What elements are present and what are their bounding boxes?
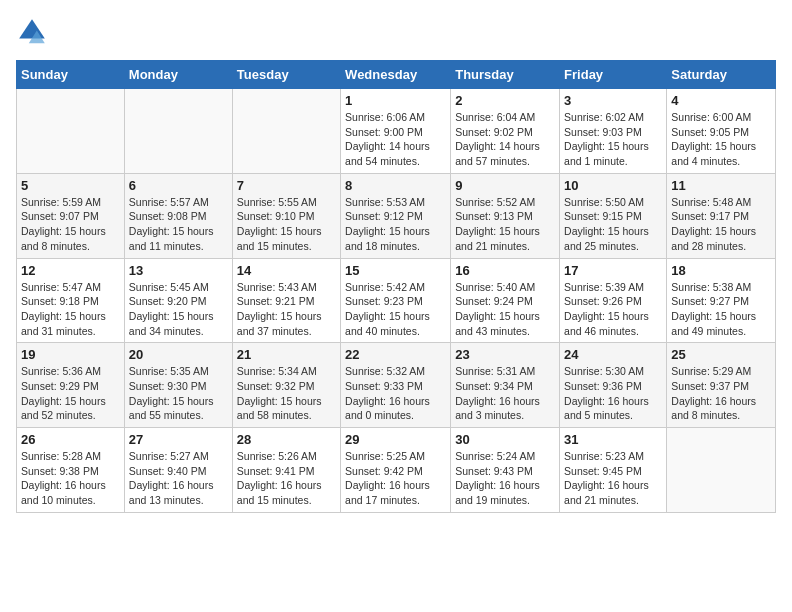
day-number: 28 — [237, 432, 336, 447]
day-info: Sunrise: 6:02 AMSunset: 9:03 PMDaylight:… — [564, 110, 662, 169]
day-number: 22 — [345, 347, 446, 362]
calendar-cell: 20Sunrise: 5:35 AMSunset: 9:30 PMDayligh… — [124, 343, 232, 428]
day-info: Sunrise: 5:32 AMSunset: 9:33 PMDaylight:… — [345, 364, 446, 423]
calendar-week-2: 5Sunrise: 5:59 AMSunset: 9:07 PMDaylight… — [17, 173, 776, 258]
day-number: 9 — [455, 178, 555, 193]
day-info: Sunrise: 5:27 AMSunset: 9:40 PMDaylight:… — [129, 449, 228, 508]
logo-icon — [16, 16, 48, 48]
day-info: Sunrise: 5:31 AMSunset: 9:34 PMDaylight:… — [455, 364, 555, 423]
day-info: Sunrise: 5:28 AMSunset: 9:38 PMDaylight:… — [21, 449, 120, 508]
calendar-table: SundayMondayTuesdayWednesdayThursdayFrid… — [16, 60, 776, 513]
day-number: 12 — [21, 263, 120, 278]
calendar-cell: 14Sunrise: 5:43 AMSunset: 9:21 PMDayligh… — [232, 258, 340, 343]
calendar-header-row: SundayMondayTuesdayWednesdayThursdayFrid… — [17, 61, 776, 89]
calendar-cell: 1Sunrise: 6:06 AMSunset: 9:00 PMDaylight… — [341, 89, 451, 174]
day-number: 31 — [564, 432, 662, 447]
day-number: 1 — [345, 93, 446, 108]
day-info: Sunrise: 5:23 AMSunset: 9:45 PMDaylight:… — [564, 449, 662, 508]
calendar-cell: 7Sunrise: 5:55 AMSunset: 9:10 PMDaylight… — [232, 173, 340, 258]
day-info: Sunrise: 5:24 AMSunset: 9:43 PMDaylight:… — [455, 449, 555, 508]
day-info: Sunrise: 5:47 AMSunset: 9:18 PMDaylight:… — [21, 280, 120, 339]
calendar-week-5: 26Sunrise: 5:28 AMSunset: 9:38 PMDayligh… — [17, 428, 776, 513]
calendar-cell: 27Sunrise: 5:27 AMSunset: 9:40 PMDayligh… — [124, 428, 232, 513]
day-header-tuesday: Tuesday — [232, 61, 340, 89]
day-number: 26 — [21, 432, 120, 447]
day-info: Sunrise: 5:53 AMSunset: 9:12 PMDaylight:… — [345, 195, 446, 254]
calendar-week-4: 19Sunrise: 5:36 AMSunset: 9:29 PMDayligh… — [17, 343, 776, 428]
calendar-cell: 10Sunrise: 5:50 AMSunset: 9:15 PMDayligh… — [560, 173, 667, 258]
day-number: 16 — [455, 263, 555, 278]
calendar-cell: 18Sunrise: 5:38 AMSunset: 9:27 PMDayligh… — [667, 258, 776, 343]
calendar-cell: 22Sunrise: 5:32 AMSunset: 9:33 PMDayligh… — [341, 343, 451, 428]
day-number: 29 — [345, 432, 446, 447]
calendar-cell: 29Sunrise: 5:25 AMSunset: 9:42 PMDayligh… — [341, 428, 451, 513]
calendar-cell: 30Sunrise: 5:24 AMSunset: 9:43 PMDayligh… — [451, 428, 560, 513]
calendar-cell: 4Sunrise: 6:00 AMSunset: 9:05 PMDaylight… — [667, 89, 776, 174]
calendar-week-3: 12Sunrise: 5:47 AMSunset: 9:18 PMDayligh… — [17, 258, 776, 343]
calendar-cell: 15Sunrise: 5:42 AMSunset: 9:23 PMDayligh… — [341, 258, 451, 343]
day-number: 6 — [129, 178, 228, 193]
day-header-thursday: Thursday — [451, 61, 560, 89]
calendar-cell: 11Sunrise: 5:48 AMSunset: 9:17 PMDayligh… — [667, 173, 776, 258]
calendar-cell: 2Sunrise: 6:04 AMSunset: 9:02 PMDaylight… — [451, 89, 560, 174]
calendar-cell: 26Sunrise: 5:28 AMSunset: 9:38 PMDayligh… — [17, 428, 125, 513]
page-header — [16, 16, 776, 48]
day-number: 14 — [237, 263, 336, 278]
day-number: 8 — [345, 178, 446, 193]
day-number: 25 — [671, 347, 771, 362]
day-number: 17 — [564, 263, 662, 278]
calendar-cell: 16Sunrise: 5:40 AMSunset: 9:24 PMDayligh… — [451, 258, 560, 343]
day-number: 20 — [129, 347, 228, 362]
calendar-cell: 13Sunrise: 5:45 AMSunset: 9:20 PMDayligh… — [124, 258, 232, 343]
calendar-cell: 3Sunrise: 6:02 AMSunset: 9:03 PMDaylight… — [560, 89, 667, 174]
day-number: 21 — [237, 347, 336, 362]
calendar-cell: 17Sunrise: 5:39 AMSunset: 9:26 PMDayligh… — [560, 258, 667, 343]
calendar-cell — [667, 428, 776, 513]
calendar-cell: 9Sunrise: 5:52 AMSunset: 9:13 PMDaylight… — [451, 173, 560, 258]
day-info: Sunrise: 5:57 AMSunset: 9:08 PMDaylight:… — [129, 195, 228, 254]
day-number: 5 — [21, 178, 120, 193]
day-info: Sunrise: 6:06 AMSunset: 9:00 PMDaylight:… — [345, 110, 446, 169]
calendar-cell — [17, 89, 125, 174]
day-info: Sunrise: 5:36 AMSunset: 9:29 PMDaylight:… — [21, 364, 120, 423]
day-number: 2 — [455, 93, 555, 108]
calendar-cell: 21Sunrise: 5:34 AMSunset: 9:32 PMDayligh… — [232, 343, 340, 428]
day-info: Sunrise: 5:34 AMSunset: 9:32 PMDaylight:… — [237, 364, 336, 423]
day-number: 15 — [345, 263, 446, 278]
day-number: 30 — [455, 432, 555, 447]
day-info: Sunrise: 5:45 AMSunset: 9:20 PMDaylight:… — [129, 280, 228, 339]
logo — [16, 16, 52, 48]
day-info: Sunrise: 5:55 AMSunset: 9:10 PMDaylight:… — [237, 195, 336, 254]
day-info: Sunrise: 5:59 AMSunset: 9:07 PMDaylight:… — [21, 195, 120, 254]
day-info: Sunrise: 5:43 AMSunset: 9:21 PMDaylight:… — [237, 280, 336, 339]
day-number: 19 — [21, 347, 120, 362]
day-info: Sunrise: 6:04 AMSunset: 9:02 PMDaylight:… — [455, 110, 555, 169]
day-info: Sunrise: 6:00 AMSunset: 9:05 PMDaylight:… — [671, 110, 771, 169]
calendar-cell: 8Sunrise: 5:53 AMSunset: 9:12 PMDaylight… — [341, 173, 451, 258]
calendar-week-1: 1Sunrise: 6:06 AMSunset: 9:00 PMDaylight… — [17, 89, 776, 174]
day-number: 3 — [564, 93, 662, 108]
day-info: Sunrise: 5:48 AMSunset: 9:17 PMDaylight:… — [671, 195, 771, 254]
day-number: 7 — [237, 178, 336, 193]
calendar-cell: 28Sunrise: 5:26 AMSunset: 9:41 PMDayligh… — [232, 428, 340, 513]
calendar-cell: 5Sunrise: 5:59 AMSunset: 9:07 PMDaylight… — [17, 173, 125, 258]
day-number: 4 — [671, 93, 771, 108]
day-info: Sunrise: 5:39 AMSunset: 9:26 PMDaylight:… — [564, 280, 662, 339]
calendar-cell: 25Sunrise: 5:29 AMSunset: 9:37 PMDayligh… — [667, 343, 776, 428]
day-number: 10 — [564, 178, 662, 193]
calendar-cell — [232, 89, 340, 174]
day-header-sunday: Sunday — [17, 61, 125, 89]
day-info: Sunrise: 5:25 AMSunset: 9:42 PMDaylight:… — [345, 449, 446, 508]
day-info: Sunrise: 5:35 AMSunset: 9:30 PMDaylight:… — [129, 364, 228, 423]
calendar-cell — [124, 89, 232, 174]
day-info: Sunrise: 5:42 AMSunset: 9:23 PMDaylight:… — [345, 280, 446, 339]
day-info: Sunrise: 5:52 AMSunset: 9:13 PMDaylight:… — [455, 195, 555, 254]
day-info: Sunrise: 5:50 AMSunset: 9:15 PMDaylight:… — [564, 195, 662, 254]
calendar-cell: 23Sunrise: 5:31 AMSunset: 9:34 PMDayligh… — [451, 343, 560, 428]
calendar-cell: 24Sunrise: 5:30 AMSunset: 9:36 PMDayligh… — [560, 343, 667, 428]
day-info: Sunrise: 5:40 AMSunset: 9:24 PMDaylight:… — [455, 280, 555, 339]
calendar-cell: 12Sunrise: 5:47 AMSunset: 9:18 PMDayligh… — [17, 258, 125, 343]
day-number: 11 — [671, 178, 771, 193]
day-header-monday: Monday — [124, 61, 232, 89]
day-info: Sunrise: 5:29 AMSunset: 9:37 PMDaylight:… — [671, 364, 771, 423]
